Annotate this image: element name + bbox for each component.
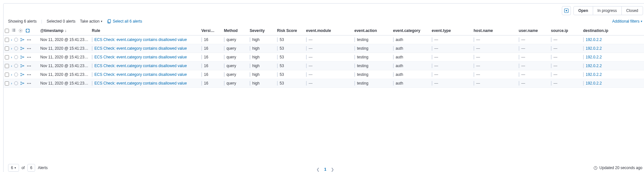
cell-event-category: auth [393, 55, 403, 59]
pager-next[interactable]: ❯ [331, 167, 334, 172]
tab-closed[interactable]: Closed [621, 6, 643, 15]
svg-point-23 [21, 73, 22, 74]
col-risk-score[interactable]: Risk Score [276, 26, 305, 35]
expand-row-icon[interactable]: › [11, 46, 12, 50]
analyze-icon[interactable] [20, 64, 25, 68]
cell-event-category: auth [393, 64, 403, 68]
svg-rect-7 [12, 31, 13, 32]
col-timestamp[interactable]: @timestamp ↓ [39, 26, 91, 35]
row-checkbox[interactable] [5, 55, 9, 59]
analyze-icon[interactable] [20, 37, 25, 42]
col-source-ip[interactable]: source.ip [550, 26, 582, 35]
rule-link[interactable]: ECS Check: event.category contains disal… [94, 46, 187, 51]
analyze-icon[interactable] [20, 81, 25, 86]
destination-ip-link[interactable]: 192.0.2.2 [586, 46, 602, 51]
status-circle-icon[interactable] [14, 38, 18, 42]
destination-ip-link[interactable]: 192.0.2.2 [586, 64, 602, 68]
col-method[interactable]: Method [223, 26, 248, 35]
col-event-action[interactable]: event.action [353, 26, 392, 35]
status-circle-icon[interactable] [14, 81, 18, 85]
destination-ip-link[interactable]: 192.0.2.2 [586, 55, 602, 59]
row-checkbox[interactable] [5, 46, 9, 51]
inspect-button[interactable] [562, 6, 571, 15]
list-icon[interactable] [12, 28, 16, 33]
col-host-name[interactable]: host.name [472, 26, 517, 35]
more-icon[interactable]: ••• [27, 56, 32, 59]
table-header-row: @timestamp ↓ Rule Versi… Method Severity… [4, 26, 644, 35]
cell-version: 16 [201, 55, 208, 59]
status-circle-icon[interactable] [14, 55, 18, 59]
cell-source-ip: — [551, 64, 557, 68]
cell-risk-score: 53 [277, 72, 284, 77]
expand-row-icon[interactable]: › [11, 73, 12, 76]
col-version[interactable]: Versi… [200, 26, 223, 35]
status-circle-icon[interactable] [14, 46, 18, 50]
gear-icon[interactable] [18, 28, 23, 33]
more-icon[interactable]: ••• [27, 73, 32, 76]
rule-link[interactable]: ECS Check: event.category contains disal… [94, 55, 187, 59]
tab-in-progress[interactable]: In progress [593, 6, 621, 15]
col-event-category[interactable]: event.category [392, 26, 430, 35]
rule-link[interactable]: ECS Check: event.category contains disal… [94, 72, 187, 77]
svg-point-22 [23, 66, 24, 66]
more-icon[interactable]: ••• [27, 38, 32, 42]
row-checkbox[interactable] [5, 73, 9, 77]
cell-event-type: — [432, 37, 438, 42]
status-circle-icon[interactable] [14, 64, 18, 68]
tab-open[interactable]: Open [574, 6, 593, 15]
more-icon[interactable]: ••• [27, 64, 32, 68]
cell-event-action: testing [354, 55, 368, 59]
more-icon[interactable]: ••• [27, 47, 32, 50]
separator: | [41, 19, 42, 24]
cell-event-category: auth [393, 72, 403, 77]
destination-ip-link[interactable]: 192.0.2.2 [586, 37, 602, 42]
destination-ip-link[interactable]: 192.0.2.2 [586, 72, 602, 77]
cell-risk-score: 53 [277, 46, 284, 51]
fullscreen-icon[interactable] [25, 28, 30, 33]
col-destination-ip[interactable]: destination.ip [582, 26, 644, 35]
destination-ip-link[interactable]: 192.0.2.2 [586, 81, 602, 86]
page-size-select[interactable]: 6 ▾ [8, 164, 19, 172]
expand-row-icon[interactable]: › [11, 64, 12, 68]
more-icon[interactable]: ••• [27, 82, 32, 85]
page-size-value: 6 [11, 166, 13, 170]
svg-rect-2 [108, 19, 111, 23]
expand-row-icon[interactable]: › [11, 38, 12, 42]
expand-row-icon[interactable]: › [11, 81, 12, 85]
row-checkbox[interactable] [5, 38, 9, 42]
rule-link[interactable]: ECS Check: event.category contains disal… [94, 37, 187, 42]
pager-current[interactable]: 1 [324, 167, 326, 172]
row-checkbox[interactable] [5, 81, 9, 86]
cell-user-name: — [519, 55, 525, 59]
cell-event-module: — [306, 55, 312, 59]
col-user-name[interactable]: user.name [517, 26, 550, 35]
select-all-link[interactable]: Select all 6 alerts [107, 19, 142, 24]
rule-link[interactable]: ECS Check: event.category contains disal… [94, 64, 187, 68]
additional-filters-dropdown[interactable]: Additional filters ▾ [612, 19, 642, 24]
cell-host-name: — [474, 37, 480, 42]
cell-severity: high [250, 46, 260, 51]
status-circle-icon[interactable] [14, 73, 18, 76]
pager-prev[interactable]: ❮ [316, 167, 320, 172]
analyze-icon[interactable] [20, 46, 25, 51]
analyze-icon[interactable] [20, 72, 25, 77]
cell-event-action: testing [354, 72, 368, 77]
chevron-down-icon: ▾ [101, 20, 102, 23]
table-wrap: @timestamp ↓ Rule Versi… Method Severity… [4, 26, 644, 161]
cell-source-ip: — [551, 37, 557, 42]
cell-source-ip: — [551, 81, 557, 86]
col-rule[interactable]: Rule [91, 26, 200, 35]
updated-label: Updated 20 seconds ago [600, 166, 642, 170]
take-action-dropdown[interactable]: Take action ▾ [80, 19, 102, 24]
analyze-icon[interactable] [20, 55, 25, 59]
svg-point-9 [20, 30, 21, 31]
cell-source-ip: — [551, 46, 557, 51]
rule-link[interactable]: ECS Check: event.category contains disal… [94, 81, 187, 86]
unit-label: Alerts [38, 166, 48, 170]
col-event-module[interactable]: event.module [305, 26, 353, 35]
col-severity[interactable]: Severity [248, 26, 276, 35]
row-checkbox[interactable] [5, 64, 9, 68]
expand-row-icon[interactable]: › [11, 55, 12, 59]
select-all-checkbox[interactable] [5, 29, 9, 33]
col-event-type[interactable]: event.type [430, 26, 472, 35]
